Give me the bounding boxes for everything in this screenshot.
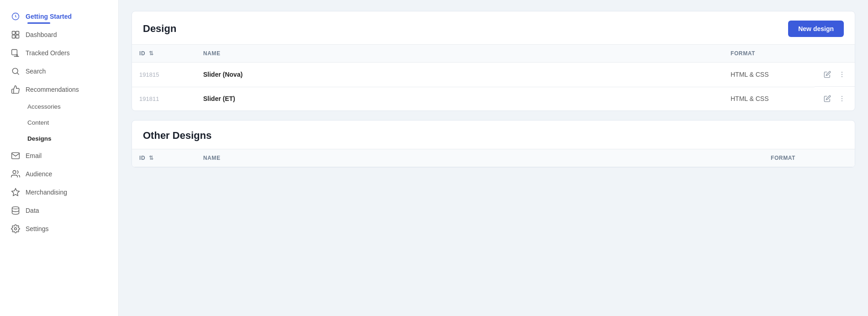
other-designs-table: ID ⇅ NAME FORMAT [132, 149, 855, 167]
col-header-name: NAME [196, 149, 763, 167]
cell-actions [815, 63, 855, 87]
sidebar-item-designs[interactable]: Designs [0, 131, 118, 147]
getting-started-icon [11, 12, 20, 21]
svg-point-14 [842, 76, 842, 77]
sidebar-item-label: Tracked Orders [26, 49, 70, 57]
other-designs-card-header: Other Designs [132, 121, 855, 149]
cell-id: 191811 [132, 87, 196, 111]
sidebar-item-recommendations[interactable]: Recommendations [0, 80, 118, 99]
main-content: Design New design ID ⇅ NAME FO [119, 0, 868, 316]
cell-actions [815, 87, 855, 111]
svg-marker-9 [12, 189, 20, 196]
svg-point-6 [12, 68, 18, 74]
col-header-format: FORMAT [763, 149, 855, 167]
sort-icon-id[interactable]: ⇅ [149, 155, 154, 161]
svg-point-8 [13, 171, 16, 174]
sidebar-item-label: Dashboard [26, 31, 57, 38]
sidebar-item-merchandising[interactable]: Merchandising [0, 183, 118, 201]
sidebar-item-label: Search [26, 68, 46, 75]
sort-icon-id[interactable]: ⇅ [149, 50, 154, 57]
sidebar-item-data[interactable]: Data [0, 201, 118, 220]
sidebar-item-email[interactable]: Email [0, 147, 118, 165]
svg-rect-2 [16, 32, 19, 35]
svg-point-15 [842, 96, 842, 97]
svg-rect-5 [12, 50, 17, 55]
design-table-head: ID ⇅ NAME FORMAT [132, 45, 855, 63]
other-designs-table-head: ID ⇅ NAME FORMAT [132, 149, 855, 167]
svg-rect-3 [12, 35, 16, 38]
cell-name: Slider (Nova) [196, 63, 723, 87]
svg-point-16 [842, 98, 842, 99]
col-header-name: NAME [196, 45, 723, 63]
sidebar-item-tracked-orders[interactable]: Tracked Orders [0, 44, 118, 62]
sidebar-sub-label: Content [27, 119, 49, 126]
recommendations-icon [11, 85, 20, 94]
sidebar-item-audience[interactable]: Audience [0, 165, 118, 183]
svg-rect-1 [12, 32, 16, 35]
svg-point-11 [15, 228, 17, 230]
col-header-id: ID ⇅ [132, 149, 196, 167]
sidebar-item-label: Merchandising [26, 189, 67, 196]
sidebar-item-label: Settings [26, 225, 49, 232]
design-table: ID ⇅ NAME FORMAT 191815 Slider [132, 45, 855, 111]
other-designs-title: Other Designs [143, 130, 211, 142]
sidebar-item-label: Email [26, 152, 42, 159]
col-header-actions [815, 45, 855, 63]
col-header-id: ID ⇅ [132, 45, 196, 63]
edit-button[interactable] [822, 69, 833, 80]
svg-point-10 [12, 207, 19, 209]
more-button[interactable] [836, 93, 847, 104]
sidebar-item-label: Getting Started [26, 13, 72, 20]
sidebar-item-accessories[interactable]: Accessories [0, 99, 118, 115]
sidebar-sub-label: Designs [27, 135, 52, 142]
table-row: 191811 Slider (ET) HTML & CSS [132, 87, 855, 111]
design-card: Design New design ID ⇅ NAME FO [132, 11, 855, 111]
col-header-format: FORMAT [723, 45, 815, 63]
sidebar: Getting Started Dashboard Tracked Orders… [0, 0, 119, 316]
other-designs-card: Other Designs ID ⇅ NAME FORMAT [132, 120, 855, 168]
tracked-orders-icon [11, 48, 20, 58]
audience-icon [11, 169, 20, 179]
data-icon [11, 206, 20, 215]
svg-line-7 [17, 73, 19, 75]
sidebar-item-dashboard[interactable]: Dashboard [0, 26, 118, 44]
edit-button[interactable] [822, 93, 833, 104]
cell-format: HTML & CSS [723, 63, 815, 87]
new-design-button[interactable]: New design [788, 21, 844, 37]
settings-icon [11, 224, 20, 233]
design-table-body: 191815 Slider (Nova) HTML & CSS [132, 63, 855, 111]
getting-started-underline [27, 22, 50, 24]
design-title: Design [143, 23, 176, 35]
more-button[interactable] [836, 69, 847, 80]
email-icon [11, 151, 20, 160]
svg-point-17 [842, 100, 842, 101]
svg-point-13 [842, 74, 842, 75]
svg-rect-4 [16, 35, 19, 38]
cell-format: HTML & CSS [723, 87, 815, 111]
sidebar-item-content[interactable]: Content [0, 115, 118, 131]
sidebar-item-settings[interactable]: Settings [0, 220, 118, 238]
cell-name: Slider (ET) [196, 87, 723, 111]
sidebar-item-label: Recommendations [26, 86, 79, 93]
search-icon [11, 67, 20, 76]
table-row: 191815 Slider (Nova) HTML & CSS [132, 63, 855, 87]
sidebar-item-label: Audience [26, 170, 52, 178]
svg-point-12 [842, 72, 842, 73]
sidebar-item-label: Data [26, 207, 39, 214]
sidebar-item-search[interactable]: Search [0, 62, 118, 80]
cell-id: 191815 [132, 63, 196, 87]
sidebar-item-getting-started[interactable]: Getting Started [0, 7, 118, 26]
merchandising-icon [11, 188, 20, 197]
design-card-header: Design New design [132, 11, 855, 44]
dashboard-icon [11, 30, 20, 39]
sidebar-sub-label: Accessories [27, 103, 61, 110]
